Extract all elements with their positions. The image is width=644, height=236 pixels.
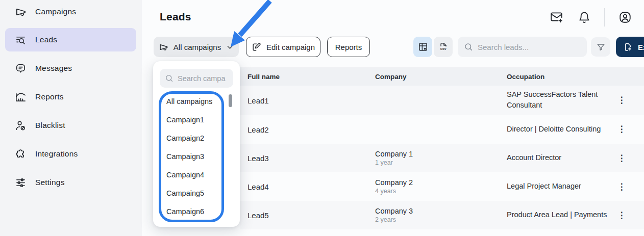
export-file-icon [623,42,633,52]
sliders-icon [15,177,27,189]
search-icon [464,42,473,51]
campaign-dropdown-list: All campaigns Campaign1 Campaign2 Campai… [166,92,212,221]
page-title: Leads [160,11,191,23]
sidebar-item-label: Campaigns [35,7,76,16]
leads-page: Campaigns Leads Messages Reports Blackli… [0,0,644,236]
edit-pencil-icon [252,42,261,52]
campaign-option[interactable]: Campaign2 [166,129,212,147]
row-menu-button[interactable]: ⋮ [615,123,628,136]
megaphone-icon [15,6,27,18]
sidebar-item-campaigns[interactable]: Campaigns [5,0,136,23]
search-icon [165,74,174,83]
lead-name: Lead1 [247,96,269,104]
campaign-option[interactable]: Campaign3 [166,147,212,166]
search-leads-input[interactable] [478,43,581,51]
lead-occupation: Account Director [507,152,612,164]
sidebar-item-blacklist[interactable]: Blacklist [5,114,136,137]
sidebar-item-integrations[interactable]: Integrations [5,142,136,166]
campaign-selector-label: All campaigns [174,43,221,51]
notifications-bell-icon[interactable] [578,11,591,24]
topbar-divider [604,8,605,27]
sidebar-item-label: Integrations [35,149,78,159]
reports-button-label: Reports [335,43,362,51]
table-view-toggle[interactable] [413,37,432,57]
company-tenure: 1 year [375,159,413,166]
campaign-dropdown-panel: All campaigns Campaign1 Campaign2 Campai… [153,61,240,227]
table-row[interactable]: Lead1 SAP SuccessFactors Talent Consulta… [240,86,644,115]
lead-name: Lead5 [247,211,269,220]
sidebar-item-settings[interactable]: Settings [5,171,136,194]
edit-campaign-label: Edit campaign [266,43,315,51]
lead-name: Lead3 [247,154,269,163]
table-row[interactable]: Lead3 Company 1 1 year Account Director … [240,144,644,172]
campaign-option[interactable]: Campaign4 [166,166,212,184]
svg-text:CSV: CSV [440,47,446,50]
lead-name: Lead2 [247,125,269,134]
row-menu-button[interactable]: ⋮ [615,180,628,193]
message-icon [15,63,27,74]
company-name: Company 3 [375,207,413,215]
megaphone-icon [159,42,168,52]
table-settings-icon [418,42,428,52]
table-row[interactable]: Lead2 Director | Deloitte Consulting ⋮ [240,115,644,144]
edit-campaign-button[interactable]: Edit campaign [246,37,320,57]
lead-name: Lead4 [247,182,269,191]
company-tenure: 2 years [375,216,413,223]
lead-company-cell: Company 3 2 years [375,207,413,223]
search-campaigns-input[interactable] [178,74,233,83]
campaign-selector-button[interactable]: All campaigns [154,37,239,57]
row-menu-button[interactable]: ⋮ [615,152,628,164]
puzzle-icon [15,148,27,160]
row-menu-button[interactable]: ⋮ [615,94,628,107]
chevron-down-icon [226,42,234,52]
new-message-icon[interactable] [550,11,563,24]
company-name: Company 1 [375,150,413,158]
lead-company-cell: Company 2 4 years [375,178,413,195]
lead-occupation: Legal Project Manager [507,181,612,192]
filter-button[interactable] [591,37,610,57]
company-tenure: 4 years [375,188,413,195]
reports-button[interactable]: Reports [327,37,370,57]
sidebar-item-label: Messages [35,64,72,73]
column-header-full-name: Full name [247,73,280,81]
csv-view-toggle[interactable]: CSV [434,37,453,57]
campaign-option[interactable]: Campaign6 [166,202,212,221]
lead-occupation: SAP SuccessFactors Talent Consultant [507,89,612,112]
company-name: Company 2 [375,178,413,187]
sidebar-item-label: Blacklist [35,121,65,130]
campaign-option[interactable]: Campaing5 [166,184,212,202]
sidebar-item-messages[interactable]: Messages [5,57,136,80]
sidebar-item-reports[interactable]: Reports [5,85,136,109]
sidebar-item-label: Reports [35,92,64,101]
leads-search-icon [15,34,27,46]
chart-icon [15,91,27,103]
sidebar: Campaigns Leads Messages Reports Blackli… [0,0,142,236]
sidebar-item-leads[interactable]: Leads [5,28,136,51]
column-header-company: Company [375,73,407,81]
csv-file-icon: CSV [438,42,449,52]
funnel-icon [596,42,606,52]
sidebar-item-label: Settings [35,178,65,187]
account-avatar-icon[interactable] [618,11,632,24]
sidebar-item-label: Leads [35,35,57,44]
scrollbar-thumb[interactable] [229,94,232,107]
campaign-option[interactable]: Campaign1 [166,111,212,129]
column-header-occupation: Occupation [507,73,544,81]
lead-company-cell: Company 1 1 year [375,150,413,166]
table-row[interactable]: Lead4 Company 2 4 years Legal Project Ma… [240,172,644,201]
table-header-row: Full name Company Occupation [240,67,644,86]
table-row[interactable]: Lead5 Company 3 2 years Product Area Lea… [240,201,644,229]
campaign-dropdown-search [160,69,233,88]
export-button-label: Exp [638,43,644,51]
row-menu-button[interactable]: ⋮ [615,209,628,221]
export-button[interactable]: Exp [616,37,644,57]
blocked-user-icon [15,120,27,132]
leads-search [458,37,587,57]
campaign-option[interactable]: All campaigns [166,92,212,111]
